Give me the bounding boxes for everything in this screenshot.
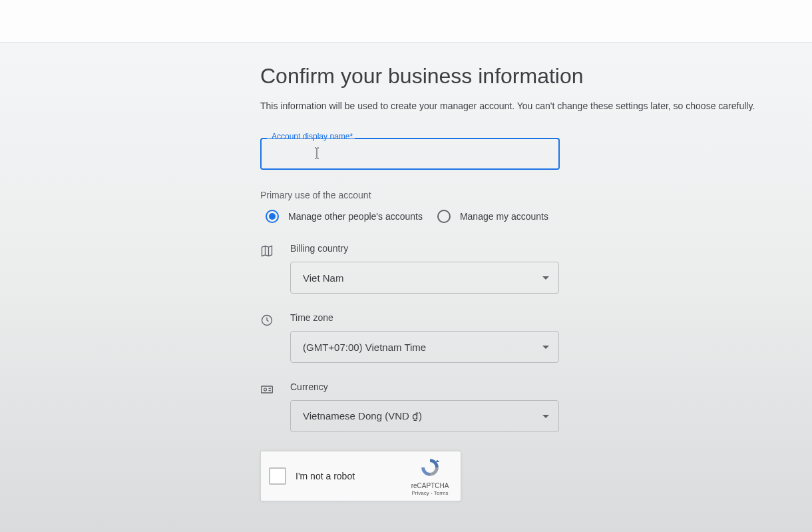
svg-marker-3 (435, 459, 439, 461)
recaptcha-privacy-link[interactable]: Privacy (412, 490, 429, 496)
recaptcha-branding: reCAPTCHA Privacy - Terms (407, 457, 453, 496)
currency-value: Vietnamese Dong (VND ₫) (303, 410, 422, 422)
chevron-down-icon (542, 415, 549, 418)
primary-use-label: Primary use of the account (260, 190, 812, 200)
recaptcha-brand-text: reCAPTCHA (407, 482, 453, 489)
top-bar (0, 0, 812, 43)
radio-unselected-icon (437, 210, 451, 223)
radio-manage-mine[interactable]: Manage my accounts (437, 210, 548, 223)
time-zone-label: Time zone (290, 312, 812, 323)
radio-label: Manage my accounts (460, 211, 548, 222)
currency-select[interactable]: Vietnamese Dong (VND ₫) (290, 400, 559, 432)
page-subtitle: This information will be used to create … (260, 101, 812, 111)
radio-manage-others[interactable]: Manage other people's accounts (266, 210, 423, 223)
map-icon (260, 244, 274, 258)
billing-country-value: Viet Nam (303, 272, 343, 284)
recaptcha-widget: I'm not a robot reCAPTCHA Privacy - Term… (260, 451, 461, 501)
recaptcha-checkbox[interactable] (269, 467, 286, 485)
money-icon (260, 383, 274, 396)
currency-label: Currency (290, 382, 812, 392)
time-zone-select[interactable]: (GMT+07:00) Vietnam Time (290, 331, 559, 363)
recaptcha-icon (419, 457, 441, 478)
form-container: Confirm your business information This i… (0, 43, 812, 501)
clock-icon (260, 314, 274, 327)
time-zone-value: (GMT+07:00) Vietnam Time (303, 342, 426, 353)
chevron-down-icon (542, 346, 549, 349)
radio-selected-icon (266, 210, 279, 223)
time-zone-row: Time zone (GMT+07:00) Vietnam Time (260, 312, 812, 363)
page-title: Confirm your business information (260, 64, 812, 89)
billing-country-select[interactable]: Viet Nam (290, 262, 559, 294)
billing-country-row: Billing country Viet Nam (260, 243, 812, 294)
radio-label: Manage other people's accounts (288, 211, 423, 222)
billing-country-label: Billing country (290, 243, 812, 254)
recaptcha-label: I'm not a robot (296, 471, 407, 481)
primary-use-group: Manage other people's accounts Manage my… (260, 210, 812, 223)
account-name-field: Account display name* Account display na… (260, 138, 560, 170)
chevron-down-icon (542, 276, 549, 280)
recaptcha-terms-link[interactable]: Terms (434, 490, 449, 496)
account-name-label: Account display name* (268, 132, 356, 141)
currency-row: Currency Vietnamese Dong (VND ₫) (260, 382, 812, 432)
svg-point-2 (264, 388, 267, 391)
